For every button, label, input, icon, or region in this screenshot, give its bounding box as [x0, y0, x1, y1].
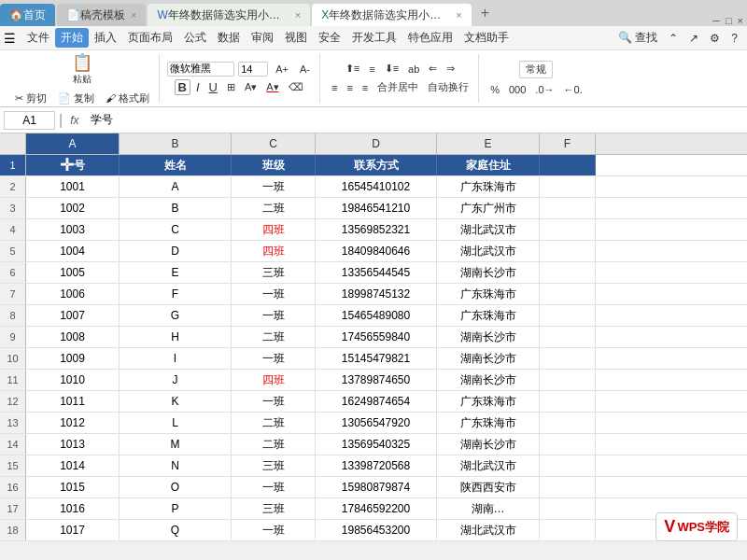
cell-b17[interactable]: P — [120, 498, 232, 519]
cell-b8[interactable]: G — [120, 305, 232, 326]
col-header-b[interactable]: B — [120, 133, 232, 154]
cell-b7[interactable]: F — [120, 284, 232, 304]
menu-special[interactable]: 特色应用 — [402, 28, 458, 48]
tab-template[interactable]: 📄 稿壳模板 × — [57, 4, 146, 26]
share-icon[interactable]: ↗ — [684, 30, 704, 47]
menu-review[interactable]: 审阅 — [246, 28, 279, 48]
paste-button[interactable]: 📋 粘贴 — [68, 50, 96, 88]
col-header-c[interactable]: C — [232, 133, 316, 154]
cell-d11[interactable]: 13789874650 — [316, 370, 437, 390]
menu-doc-helper[interactable]: 文档助手 — [458, 28, 514, 48]
cell-f15[interactable] — [540, 455, 596, 476]
cell-b15[interactable]: N — [120, 455, 232, 476]
cell-e2[interactable]: 广东珠海市 — [437, 176, 540, 197]
tab-close[interactable]: × — [131, 9, 136, 21]
cell-f11[interactable] — [540, 370, 596, 390]
col-header-a[interactable]: A — [26, 133, 120, 154]
cell-a10[interactable]: 1009 — [26, 348, 120, 369]
cell-f4[interactable] — [540, 219, 596, 240]
font-decrease-button[interactable]: A- — [296, 62, 314, 77]
cell-a6[interactable]: 1005 — [26, 262, 120, 283]
cell-a13[interactable]: 1012 — [26, 413, 120, 433]
format-select[interactable]: 常规 — [519, 61, 553, 78]
cell-a16[interactable]: 1015 — [26, 477, 120, 497]
col-header-e[interactable]: E — [437, 133, 540, 154]
cell-c3[interactable]: 二班 — [232, 198, 316, 218]
cell-reference-input[interactable] — [4, 111, 55, 130]
format-paint-button[interactable]: 🖌 格式刷 — [102, 90, 153, 107]
cell-c2[interactable]: 一班 — [232, 176, 316, 197]
cell-c9[interactable]: 二班 — [232, 327, 316, 347]
cell-c12[interactable]: 一班 — [232, 391, 316, 412]
cell-b4[interactable]: C — [120, 219, 232, 240]
cell-e7[interactable]: 广东珠海市 — [437, 284, 540, 304]
cell-f3[interactable] — [540, 198, 596, 218]
cut-button[interactable]: ✂ 剪切 — [11, 90, 50, 107]
cell-b5[interactable]: D — [120, 241, 232, 261]
decimal-inc-button[interactable]: .0→ — [531, 82, 557, 97]
decimal-dec-button[interactable]: ←0. — [560, 82, 586, 97]
cell-d17[interactable]: 17846592200 — [316, 498, 437, 519]
align-center-button[interactable]: ≡ — [343, 80, 356, 95]
cell-f10[interactable] — [540, 348, 596, 369]
cell-a3[interactable]: 1002 — [26, 198, 120, 218]
cell-d10[interactable]: 15145479821 — [316, 348, 437, 369]
cell-e12[interactable]: 广东珠海市 — [437, 391, 540, 412]
indent-inc-button[interactable]: ⇒ — [443, 61, 458, 77]
cell-e11[interactable]: 湖南长沙市 — [437, 370, 540, 390]
menu-security[interactable]: 安全 — [313, 28, 346, 48]
cell-a1[interactable]: ✛ 号 — [26, 155, 120, 175]
cell-a5[interactable]: 1004 — [26, 241, 120, 261]
cell-e15[interactable]: 湖北武汉市 — [437, 455, 540, 476]
cell-b10[interactable]: I — [120, 348, 232, 369]
tab-docx[interactable]: W 年终数据筛选实用小技巧.docx × — [148, 4, 310, 26]
cell-d13[interactable]: 13056547920 — [316, 413, 437, 433]
cell-a9[interactable]: 1008 — [26, 327, 120, 347]
menu-file[interactable]: 文件 — [21, 28, 55, 48]
cell-e8[interactable]: 广东珠海市 — [437, 305, 540, 326]
align-middle-button[interactable]: ≡ — [365, 62, 378, 77]
cell-c13[interactable]: 二班 — [232, 413, 316, 433]
cell-a17[interactable]: 1016 — [26, 498, 120, 519]
cell-c14[interactable]: 二班 — [232, 434, 316, 455]
cell-f9[interactable] — [540, 327, 596, 347]
menu-page-layout[interactable]: 页面布局 — [122, 28, 178, 48]
tab-home[interactable]: 🏠 首页 — [0, 4, 55, 26]
cell-f13[interactable] — [540, 413, 596, 433]
cell-e3[interactable]: 广东广州市 — [437, 198, 540, 218]
cell-d5[interactable]: 18409840646 — [316, 241, 437, 261]
orient-button[interactable]: ab — [404, 62, 423, 77]
cell-c6[interactable]: 三班 — [232, 262, 316, 283]
cell-e14[interactable]: 湖南长沙市 — [437, 434, 540, 455]
align-top-button[interactable]: ⬆≡ — [342, 61, 363, 77]
cell-e1[interactable]: 家庭住址 — [437, 155, 540, 175]
copy-button[interactable]: 📄 复制 — [54, 90, 98, 107]
cell-c17[interactable]: 三班 — [232, 498, 316, 519]
cell-f7[interactable] — [540, 284, 596, 304]
indent-dec-button[interactable]: ⇐ — [425, 61, 441, 77]
cell-a18[interactable]: 1017 — [26, 520, 120, 540]
border-button[interactable]: ⊞ — [223, 79, 239, 95]
cell-f12[interactable] — [540, 391, 596, 412]
new-tab-button[interactable]: + — [473, 5, 497, 21]
font-color-button[interactable]: A▾ — [262, 79, 282, 95]
thousands-button[interactable]: 000 — [505, 82, 529, 97]
cell-a4[interactable]: 1003 — [26, 219, 120, 240]
cell-d4[interactable]: 13569852321 — [316, 219, 437, 240]
cell-c10[interactable]: 一班 — [232, 348, 316, 369]
cell-b12[interactable]: K — [120, 391, 232, 412]
cell-c18[interactable]: 一班 — [232, 520, 316, 540]
menu-start[interactable]: 开始 — [55, 28, 89, 48]
cell-f18[interactable] — [540, 520, 596, 540]
cell-a11[interactable]: 1010 — [26, 370, 120, 390]
cell-b3[interactable]: B — [120, 198, 232, 218]
cell-d8[interactable]: 15465489080 — [316, 305, 437, 326]
menu-formula[interactable]: 公式 — [178, 28, 212, 48]
wrap-text-button[interactable]: 自动换行 — [424, 78, 472, 96]
cell-a15[interactable]: 1014 — [26, 455, 120, 476]
cell-b11[interactable]: J — [120, 370, 232, 390]
cell-e6[interactable]: 湖南长沙市 — [437, 262, 540, 283]
formula-input[interactable] — [87, 114, 744, 127]
cell-f8[interactable] — [540, 305, 596, 326]
col-header-d[interactable]: D — [316, 133, 437, 154]
